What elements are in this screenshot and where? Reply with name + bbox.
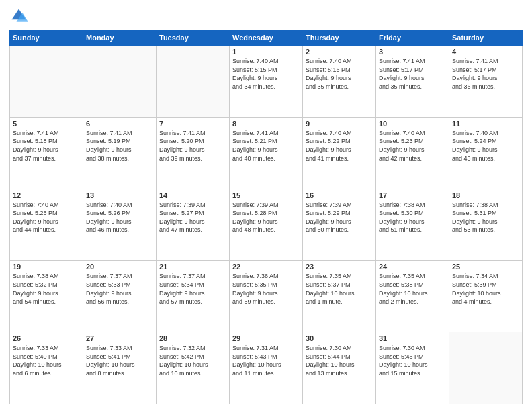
calendar-cell: 24Sunrise: 7:35 AM Sunset: 5:38 PM Dayli… — [376, 261, 449, 332]
page: SundayMondayTuesdayWednesdayThursdayFrid… — [0, 0, 532, 411]
calendar-cell: 19Sunrise: 7:38 AM Sunset: 5:32 PM Dayli… — [10, 261, 83, 332]
logo — [9, 7, 31, 26]
cell-text: Sunrise: 7:39 AM Sunset: 5:29 PM Dayligh… — [306, 201, 373, 234]
cell-text: Sunrise: 7:41 AM Sunset: 5:19 PM Dayligh… — [86, 129, 153, 163]
day-number: 26 — [13, 334, 80, 342]
day-number: 20 — [86, 263, 153, 271]
day-number: 8 — [232, 120, 300, 128]
week-row-0: 1Sunrise: 7:40 AM Sunset: 5:15 PM Daylig… — [10, 46, 523, 118]
cell-text: Sunrise: 7:35 AM Sunset: 5:38 PM Dayligh… — [379, 272, 446, 306]
cell-text: Sunrise: 7:30 AM Sunset: 5:45 PM Dayligh… — [379, 344, 446, 377]
day-number: 16 — [306, 191, 373, 199]
cell-text: Sunrise: 7:33 AM Sunset: 5:40 PM Dayligh… — [13, 344, 80, 377]
cell-text: Sunrise: 7:31 AM Sunset: 5:43 PM Dayligh… — [232, 344, 300, 377]
day-number: 21 — [159, 263, 226, 271]
weekday-header-monday: Monday — [83, 30, 157, 46]
cell-text: Sunrise: 7:38 AM Sunset: 5:32 PM Dayligh… — [13, 272, 80, 306]
cell-text: Sunrise: 7:41 AM Sunset: 5:18 PM Dayligh… — [13, 129, 80, 163]
logo-icon — [9, 7, 28, 26]
day-number: 25 — [452, 263, 519, 271]
calendar-cell: 26Sunrise: 7:33 AM Sunset: 5:40 PM Dayli… — [10, 332, 83, 404]
calendar-cell: 16Sunrise: 7:39 AM Sunset: 5:29 PM Dayli… — [303, 189, 376, 261]
calendar-cell: 14Sunrise: 7:39 AM Sunset: 5:27 PM Dayli… — [157, 189, 230, 261]
cell-text: Sunrise: 7:30 AM Sunset: 5:44 PM Dayligh… — [306, 344, 373, 377]
day-number: 4 — [452, 48, 519, 56]
cell-text: Sunrise: 7:37 AM Sunset: 5:33 PM Dayligh… — [86, 272, 153, 306]
calendar-cell: 3Sunrise: 7:41 AM Sunset: 5:17 PM Daylig… — [376, 46, 449, 118]
cell-text: Sunrise: 7:38 AM Sunset: 5:31 PM Dayligh… — [452, 201, 519, 234]
week-row-2: 12Sunrise: 7:40 AM Sunset: 5:25 PM Dayli… — [10, 189, 523, 261]
cell-text: Sunrise: 7:39 AM Sunset: 5:28 PM Dayligh… — [232, 201, 300, 234]
calendar-cell: 17Sunrise: 7:38 AM Sunset: 5:30 PM Dayli… — [376, 189, 449, 261]
day-number: 13 — [86, 191, 153, 199]
cell-text: Sunrise: 7:36 AM Sunset: 5:35 PM Dayligh… — [232, 272, 300, 306]
week-row-4: 26Sunrise: 7:33 AM Sunset: 5:40 PM Dayli… — [10, 332, 523, 404]
calendar-cell: 27Sunrise: 7:33 AM Sunset: 5:41 PM Dayli… — [83, 332, 157, 404]
calendar-cell: 12Sunrise: 7:40 AM Sunset: 5:25 PM Dayli… — [10, 189, 83, 261]
cell-text: Sunrise: 7:40 AM Sunset: 5:22 PM Dayligh… — [306, 129, 373, 163]
cell-text: Sunrise: 7:34 AM Sunset: 5:39 PM Dayligh… — [452, 272, 519, 306]
calendar-cell: 8Sunrise: 7:41 AM Sunset: 5:21 PM Daylig… — [230, 117, 303, 189]
day-number: 7 — [159, 120, 226, 128]
day-number: 30 — [306, 334, 373, 342]
weekday-header-sunday: Sunday — [10, 30, 83, 46]
cell-text: Sunrise: 7:33 AM Sunset: 5:41 PM Dayligh… — [86, 344, 153, 377]
day-number: 19 — [13, 263, 80, 271]
week-row-1: 5Sunrise: 7:41 AM Sunset: 5:18 PM Daylig… — [10, 117, 523, 189]
calendar-cell: 25Sunrise: 7:34 AM Sunset: 5:39 PM Dayli… — [449, 261, 523, 332]
calendar-cell: 21Sunrise: 7:37 AM Sunset: 5:34 PM Dayli… — [157, 261, 230, 332]
cell-text: Sunrise: 7:38 AM Sunset: 5:30 PM Dayligh… — [379, 201, 446, 234]
cell-text: Sunrise: 7:37 AM Sunset: 5:34 PM Dayligh… — [159, 272, 226, 306]
calendar-cell: 6Sunrise: 7:41 AM Sunset: 5:19 PM Daylig… — [83, 117, 157, 189]
day-number: 6 — [86, 120, 153, 128]
weekday-header-row: SundayMondayTuesdayWednesdayThursdayFrid… — [10, 30, 523, 46]
day-number: 12 — [13, 191, 80, 199]
weekday-header-saturday: Saturday — [449, 30, 523, 46]
day-number: 29 — [232, 334, 300, 342]
day-number: 27 — [86, 334, 153, 342]
day-number: 5 — [13, 120, 80, 128]
calendar-cell: 28Sunrise: 7:32 AM Sunset: 5:42 PM Dayli… — [157, 332, 230, 404]
cell-text: Sunrise: 7:41 AM Sunset: 5:20 PM Dayligh… — [159, 129, 226, 163]
calendar-cell: 22Sunrise: 7:36 AM Sunset: 5:35 PM Dayli… — [230, 261, 303, 332]
weekday-header-friday: Friday — [376, 30, 449, 46]
day-number: 28 — [159, 334, 226, 342]
calendar-cell: 10Sunrise: 7:40 AM Sunset: 5:23 PM Dayli… — [376, 117, 449, 189]
weekday-header-thursday: Thursday — [303, 30, 376, 46]
day-number: 1 — [232, 48, 300, 56]
cell-text: Sunrise: 7:41 AM Sunset: 5:21 PM Dayligh… — [232, 129, 300, 163]
calendar-cell: 23Sunrise: 7:35 AM Sunset: 5:37 PM Dayli… — [303, 261, 376, 332]
day-number: 24 — [379, 263, 446, 271]
cell-text: Sunrise: 7:32 AM Sunset: 5:42 PM Dayligh… — [159, 344, 226, 377]
calendar-cell: 4Sunrise: 7:41 AM Sunset: 5:17 PM Daylig… — [449, 46, 523, 118]
cell-text: Sunrise: 7:40 AM Sunset: 5:16 PM Dayligh… — [306, 57, 373, 91]
day-number: 14 — [159, 191, 226, 199]
calendar-cell: 1Sunrise: 7:40 AM Sunset: 5:15 PM Daylig… — [230, 46, 303, 118]
calendar-cell: 9Sunrise: 7:40 AM Sunset: 5:22 PM Daylig… — [303, 117, 376, 189]
calendar-cell: 29Sunrise: 7:31 AM Sunset: 5:43 PM Dayli… — [230, 332, 303, 404]
weekday-header-wednesday: Wednesday — [230, 30, 303, 46]
day-number: 18 — [452, 191, 519, 199]
calendar-cell: 18Sunrise: 7:38 AM Sunset: 5:31 PM Dayli… — [449, 189, 523, 261]
day-number: 22 — [232, 263, 300, 271]
day-number: 9 — [306, 120, 373, 128]
cell-text: Sunrise: 7:40 AM Sunset: 5:25 PM Dayligh… — [13, 201, 80, 234]
cell-text: Sunrise: 7:40 AM Sunset: 5:15 PM Dayligh… — [232, 57, 300, 91]
calendar-cell: 13Sunrise: 7:40 AM Sunset: 5:26 PM Dayli… — [83, 189, 157, 261]
weekday-header-tuesday: Tuesday — [157, 30, 230, 46]
week-row-3: 19Sunrise: 7:38 AM Sunset: 5:32 PM Dayli… — [10, 261, 523, 332]
day-number: 17 — [379, 191, 446, 199]
calendar-cell: 2Sunrise: 7:40 AM Sunset: 5:16 PM Daylig… — [303, 46, 376, 118]
calendar-cell — [10, 46, 83, 118]
calendar-cell: 15Sunrise: 7:39 AM Sunset: 5:28 PM Dayli… — [230, 189, 303, 261]
calendar-cell: 7Sunrise: 7:41 AM Sunset: 5:20 PM Daylig… — [157, 117, 230, 189]
calendar-cell — [449, 332, 523, 404]
cell-text: Sunrise: 7:41 AM Sunset: 5:17 PM Dayligh… — [379, 57, 446, 91]
day-number: 3 — [379, 48, 446, 56]
cell-text: Sunrise: 7:40 AM Sunset: 5:23 PM Dayligh… — [379, 129, 446, 163]
calendar-cell: 30Sunrise: 7:30 AM Sunset: 5:44 PM Dayli… — [303, 332, 376, 404]
day-number: 11 — [452, 120, 519, 128]
cell-text: Sunrise: 7:40 AM Sunset: 5:26 PM Dayligh… — [86, 201, 153, 234]
calendar-cell — [157, 46, 230, 118]
calendar-cell — [83, 46, 157, 118]
